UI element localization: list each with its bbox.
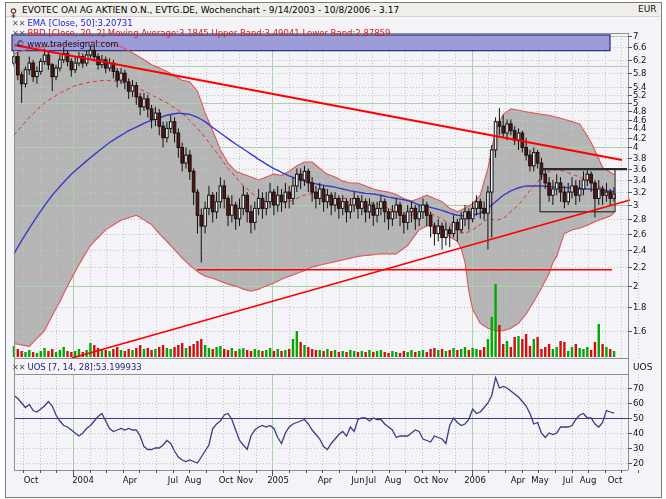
price-tick-label: 2 — [633, 281, 638, 291]
price-tick-label: 4 — [633, 142, 638, 152]
chart-pin-icon — [9, 4, 18, 15]
uos-axis-unit: UOS — [633, 362, 652, 372]
uos-tick-label: 20 — [633, 458, 644, 468]
window-title: EVOTEC OAI AG AKTIEN O.N., EVTG.DE, Woch… — [22, 5, 399, 15]
legend-bbd-label: BBD [Close, 20, 2] Moving Average:3.1845… — [27, 28, 390, 38]
x-axis-label: Apr — [113, 475, 147, 485]
uos-tick-label: 40 — [633, 428, 644, 438]
price-tick-label: 3.6 — [633, 164, 647, 174]
x-axis-label: Oct — [598, 475, 632, 485]
legend-ema: ✕✕EMA [Close, 50]:3.20731 — [12, 18, 133, 28]
copyright-watermark: © www.tradesignal.com — [16, 39, 119, 49]
price-tick-label: 2.4 — [633, 245, 647, 255]
price-tick-label: 7 — [633, 31, 638, 41]
price-tick-label: 3.2 — [633, 187, 647, 197]
price-tick-label: 1.6 — [633, 326, 647, 336]
legend-ema-label: EMA [Close, 50]:3.20731 — [27, 18, 132, 28]
price-tick-label: 3 — [633, 200, 638, 210]
legend-uos-label: UOS [7, 14, 28]:53.199933 — [27, 362, 141, 372]
price-tick-label: 2.8 — [633, 214, 647, 224]
uos-tick-label: 60 — [633, 398, 644, 408]
price-tick-label: 6.2 — [633, 55, 647, 65]
x-axis-label: Nov — [228, 475, 262, 485]
price-tick-label: 2.6 — [633, 229, 647, 239]
uos-tick-label: 30 — [633, 443, 644, 453]
price-tick-label: 6.6 — [633, 42, 647, 52]
price-tick-label: 4.2 — [633, 133, 647, 143]
x-axis-label: Oct — [14, 475, 48, 485]
price-tick-label: 5.8 — [633, 68, 647, 78]
uos-tick-label: 70 — [633, 383, 644, 393]
chart-canvas[interactable] — [0, 0, 666, 499]
x-axis-label: 2006 — [458, 475, 492, 485]
price-tick-label: 3.8 — [633, 153, 647, 163]
x-axis-label: 2004 — [66, 475, 100, 485]
uos-tick-label: 50 — [633, 413, 644, 423]
x-axis-label: Nov — [423, 475, 457, 485]
close-icon[interactable]: ✕✕ — [12, 363, 25, 372]
x-axis-label: Apr — [308, 475, 342, 485]
title-bar: EVOTEC OAI AG AKTIEN O.N., EVTG.DE, Woch… — [6, 3, 660, 17]
price-tick-label: 3.4 — [633, 175, 647, 185]
legend-bbd: ✕✕BBD [Close, 20, 2] Moving Average:3.18… — [12, 28, 390, 38]
x-axis-label: Aug — [176, 475, 210, 485]
price-axis-unit: EUR — [638, 4, 657, 14]
legend-uos: ✕✕UOS [7, 14, 28]:53.199933 — [12, 362, 142, 372]
close-icon[interactable]: ✕✕ — [12, 29, 25, 38]
price-tick-label: 2.2 — [633, 262, 647, 272]
price-tick-label: 1.8 — [633, 302, 647, 312]
x-axis-label: 2005 — [261, 475, 295, 485]
